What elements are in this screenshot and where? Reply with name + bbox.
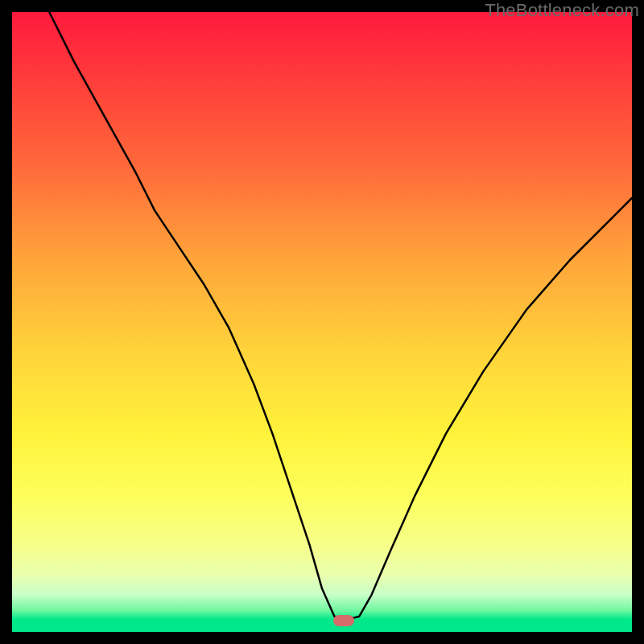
optimal-marker: [333, 615, 354, 626]
curve-svg: [12, 12, 632, 632]
watermark-text: TheBottleneck.com: [485, 0, 639, 21]
bottleneck-curve: [49, 12, 632, 620]
chart-stage: TheBottleneck.com: [0, 0, 644, 644]
plot-area: [12, 12, 632, 632]
